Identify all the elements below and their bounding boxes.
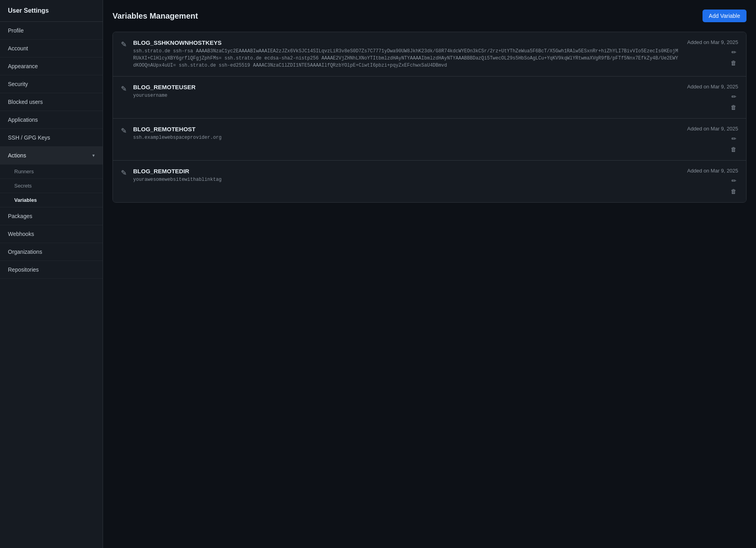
page-title: Variables Management (113, 11, 198, 21)
variable-name: BLOG_REMOTEDIR (133, 168, 681, 174)
sidebar-item-actions[interactable]: Actions ▾ (0, 147, 103, 165)
variable-content: BLOG_REMOTEUSER yourusername (133, 84, 681, 99)
pencil-icon: ✎ (121, 84, 127, 93)
pencil-icon: ✎ (121, 126, 127, 135)
add-variable-button[interactable]: Add Variable (703, 10, 746, 22)
variable-actions: Added on Mar 9, 2025 ✏ 🗑 (687, 84, 738, 111)
sidebar-item-label: SSH / GPG Keys (8, 134, 50, 141)
variable-content: BLOG_SSHKNOWNHOSTKEYS ssh.strato.de ssh-… (133, 39, 681, 69)
delete-variable-button[interactable]: 🗑 (729, 59, 738, 67)
variable-value: ssh.strato.de ssh-rsa AAAAB3NzaC1yc2EAAA… (133, 48, 681, 69)
sidebar-item-label: Blocked users (8, 99, 43, 105)
main-content: Variables Management Add Variable ✎ BLOG… (103, 0, 756, 548)
sidebar-item-blocked-users[interactable]: Blocked users (0, 93, 103, 111)
variable-row: ✎ BLOG_REMOTEUSER yourusername Added on … (113, 77, 746, 119)
sidebar-item-label: Webhooks (8, 231, 34, 237)
sidebar-sub-label: Runners (14, 169, 34, 174)
page-header: Variables Management Add Variable (113, 10, 746, 22)
sidebar-item-account[interactable]: Account (0, 40, 103, 57)
sidebar-item-webhooks[interactable]: Webhooks (0, 225, 103, 243)
variable-name: BLOG_REMOTEHOST (133, 126, 681, 132)
variable-actions: Added on Mar 9, 2025 ✏ 🗑 (687, 168, 738, 195)
delete-variable-button[interactable]: 🗑 (729, 146, 738, 153)
sidebar-item-label: Account (8, 45, 28, 52)
variable-date: Added on Mar 9, 2025 (687, 39, 738, 45)
variable-name: BLOG_REMOTEUSER (133, 84, 681, 90)
sidebar-item-label: Profile (8, 27, 24, 34)
variable-date: Added on Mar 9, 2025 (687, 84, 738, 90)
sidebar-sub-secrets[interactable]: Secrets (0, 179, 103, 193)
sidebar-title: User Settings (0, 0, 103, 22)
variable-actions: Added on Mar 9, 2025 ✏ 🗑 (687, 126, 738, 153)
variable-date: Added on Mar 9, 2025 (687, 126, 738, 132)
variable-row: ✎ BLOG_SSHKNOWNHOSTKEYS ssh.strato.de ss… (113, 32, 746, 77)
sidebar: User Settings Profile Account Appearance… (0, 0, 103, 548)
sidebar-item-ssh-gpg-keys[interactable]: SSH / GPG Keys (0, 129, 103, 147)
edit-variable-button[interactable]: ✏ (730, 48, 738, 56)
variable-value: yourusername (133, 92, 681, 99)
variable-content: BLOG_REMOTEDIR yourawesomewebsitewithabl… (133, 168, 681, 183)
chevron-down-icon: ▾ (92, 153, 95, 158)
sidebar-item-profile[interactable]: Profile (0, 22, 103, 40)
sidebar-item-repositories[interactable]: Repositories (0, 261, 103, 279)
sidebar-item-packages[interactable]: Packages (0, 207, 103, 225)
sidebar-sub-runners[interactable]: Runners (0, 165, 103, 179)
variable-value: yourawesomewebsitewithablinktag (133, 176, 681, 183)
sidebar-item-security[interactable]: Security (0, 75, 103, 93)
variables-list: ✎ BLOG_SSHKNOWNHOSTKEYS ssh.strato.de ss… (113, 32, 746, 203)
sidebar-sub-label: Variables (14, 197, 37, 203)
sidebar-item-label: Organizations (8, 249, 42, 255)
sidebar-item-label: Appearance (8, 63, 38, 69)
variable-value: ssh.examplewebspaceprovider.org (133, 134, 681, 141)
sidebar-item-appearance[interactable]: Appearance (0, 57, 103, 75)
pencil-icon: ✎ (121, 40, 127, 49)
variable-actions: Added on Mar 9, 2025 ✏ 🗑 (687, 39, 738, 67)
sidebar-sub-label: Secrets (14, 183, 32, 189)
sidebar-item-applications[interactable]: Applications (0, 111, 103, 129)
variable-date: Added on Mar 9, 2025 (687, 168, 738, 174)
delete-variable-button[interactable]: 🗑 (729, 188, 738, 195)
sidebar-item-label: Repositories (8, 266, 39, 273)
edit-variable-button[interactable]: ✏ (730, 93, 738, 100)
edit-variable-button[interactable]: ✏ (730, 177, 738, 184)
delete-variable-button[interactable]: 🗑 (729, 103, 738, 111)
sidebar-item-organizations[interactable]: Organizations (0, 243, 103, 261)
sidebar-item-label: Packages (8, 213, 32, 219)
sidebar-sub-variables[interactable]: Variables (0, 193, 103, 207)
pencil-icon: ✎ (121, 169, 127, 177)
sidebar-item-label: Actions (8, 152, 26, 159)
variable-row: ✎ BLOG_REMOTEDIR yourawesomewebsitewitha… (113, 161, 746, 202)
variable-name: BLOG_SSHKNOWNHOSTKEYS (133, 39, 681, 46)
edit-variable-button[interactable]: ✏ (730, 135, 738, 142)
sidebar-item-label: Security (8, 81, 28, 87)
sidebar-item-label: Applications (8, 117, 38, 123)
variable-content: BLOG_REMOTEHOST ssh.examplewebspaceprovi… (133, 126, 681, 141)
variable-row: ✎ BLOG_REMOTEHOST ssh.examplewebspacepro… (113, 119, 746, 161)
